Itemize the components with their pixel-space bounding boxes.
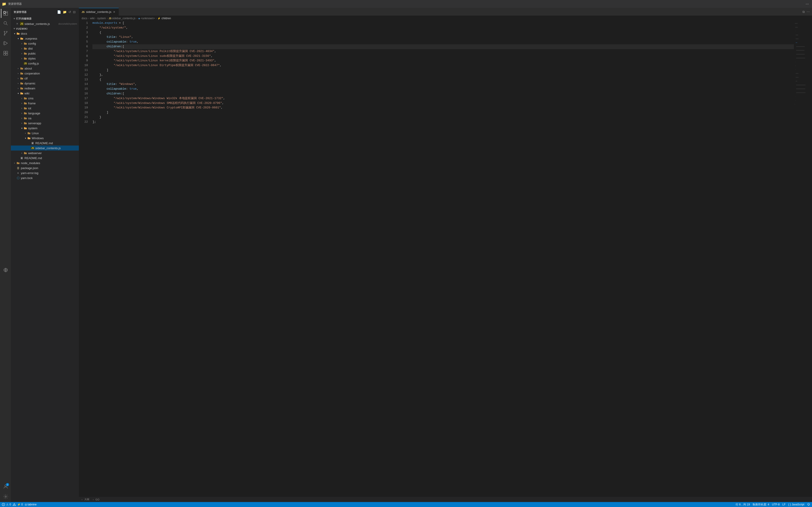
refresh-btn[interactable]: ↺	[68, 10, 71, 14]
file-icon-yarn-lock: ⬡	[16, 176, 20, 180]
folder-icon-Windows	[27, 136, 31, 140]
breadcrumb-docs[interactable]: docs	[82, 17, 87, 20]
activity-explorer[interactable]	[1, 9, 10, 18]
tree-item-cms[interactable]: ›cms	[11, 96, 79, 101]
editor-more-btn[interactable]: ⋯	[806, 9, 810, 14]
breadcrumb-unknown[interactable]: ◈ <unknown>	[138, 17, 155, 20]
go-label[interactable]: GO	[95, 498, 99, 501]
activity-settings[interactable]	[1, 492, 10, 501]
svg-rect-11	[4, 51, 5, 53]
tree-item-README-docs[interactable]: ≡README.md	[11, 156, 79, 161]
code-line-12: },	[92, 73, 794, 77]
activity-accounts[interactable]: 1	[1, 482, 10, 491]
tree-item-frame[interactable]: ›frame	[11, 101, 79, 106]
tree-item-sidebar-contents-js[interactable]: JSsidebar_contents.js	[11, 146, 79, 151]
code-editor[interactable]: module.exports = [ "/wiki/system/", { ti…	[91, 21, 794, 497]
file-tree: ▾docs▾.vuepress›config›dist›public›style…	[11, 31, 79, 502]
tree-label-cooperation: cooperation	[24, 72, 77, 75]
tree-item-serverapp[interactable]: ›serverapp	[11, 121, 79, 126]
tree-item-yarn-error-log[interactable]: ≡yarn-error.log	[11, 170, 79, 175]
status-cursor[interactable]: 行 6，列 19	[735, 503, 750, 507]
tree-item-config[interactable]: ›config	[11, 41, 79, 46]
breadcrumb-children[interactable]: ⚡ children	[157, 17, 171, 20]
status-indent[interactable]: 制表符长度: 4	[753, 503, 769, 507]
tree-item-wiki[interactable]: ▾wiki	[11, 91, 79, 96]
status-errors[interactable]: ⚠ 0	[2, 503, 11, 506]
tab-close-btn[interactable]: ✕	[113, 10, 116, 13]
new-folder-btn[interactable]: 📁	[62, 10, 67, 14]
folder-icon-serverapp	[23, 121, 27, 125]
folder-icon-vuepress	[20, 37, 23, 40]
breadcrumb-file[interactable]: JS sidebar_contents.js	[108, 17, 136, 20]
open-editor-item[interactable]: ✕ JS sidebar_contents.js docs/wiki/syste…	[11, 21, 79, 26]
outline-label[interactable]: 大纲	[84, 498, 89, 501]
line-number-4: 4	[83, 35, 88, 40]
status-encoding[interactable]: UTF-8	[772, 503, 779, 506]
tree-item-styles[interactable]: ›styles	[11, 56, 79, 61]
title-bar: 📁 资源管理器 ⋯	[0, 0, 812, 8]
folder-icon-styles	[23, 57, 27, 60]
tab-sidebar-contents[interactable]: JS sidebar_contents.js ✕	[79, 8, 119, 16]
tree-item-README-md[interactable]: ≡README.md	[11, 140, 79, 146]
editor-content[interactable]: 12345678910111213141516171819202122 modu…	[79, 21, 812, 497]
status-warnings[interactable]: ⚡ 0	[13, 503, 23, 506]
tree-item-oa[interactable]: ›oa	[11, 116, 79, 121]
tree-label-webserver: webserver	[28, 152, 77, 155]
title-bar-more-btn[interactable]: ⋯	[804, 2, 810, 6]
extensions-icon	[3, 51, 8, 56]
tree-item-Linux[interactable]: ›Linux	[11, 130, 79, 135]
tree-item-dynamic[interactable]: ›dynamic	[11, 81, 79, 86]
breadcrumb-wiki[interactable]: wiki	[90, 17, 95, 20]
tree-item-public[interactable]: ›public	[11, 51, 79, 56]
sidebar-section-header: 资源管理器 📄 📁 ↺ ⊟	[11, 8, 79, 16]
status-language[interactable]: { } JavaScript	[788, 503, 804, 506]
tree-item-about[interactable]: ›about	[11, 66, 79, 71]
tree-label-cms: cms	[28, 97, 77, 100]
source-control-icon	[3, 31, 8, 36]
split-editor-btn[interactable]: ⧉	[802, 9, 805, 14]
folder-arrow-ctf: ›	[16, 76, 20, 80]
folder-icon-Linux	[27, 131, 31, 135]
tree-item-redteam[interactable]: ›redteam	[11, 86, 79, 91]
tree-item-cooperation[interactable]: ›cooperation	[11, 71, 79, 76]
status-eol[interactable]: LF	[782, 503, 785, 506]
tree-item-dist[interactable]: ›dist	[11, 46, 79, 51]
collapse-btn[interactable]: ⊟	[72, 10, 76, 14]
breadcrumb-system[interactable]: system	[97, 17, 106, 20]
activity-search[interactable]	[1, 19, 10, 28]
svg-point-8	[4, 35, 5, 35]
new-file-btn[interactable]: 📄	[57, 10, 61, 14]
line-number-11: 11	[83, 68, 88, 73]
project-arrow: ▾	[14, 27, 15, 30]
tree-item-system[interactable]: ▾system	[11, 126, 79, 130]
tree-item-language[interactable]: ›language	[11, 111, 79, 116]
status-feedback-icon[interactable]	[807, 503, 810, 506]
tree-item-node-modules[interactable]: ›node_modules	[11, 161, 79, 165]
tree-item-ctf[interactable]: ›ctf	[11, 76, 79, 81]
main-layout: 1 资源管理器 📄 📁 ↺ ⊟ ▾ 打开的编辑器	[0, 8, 812, 502]
line-number-14: 14	[83, 82, 88, 87]
tree-item-webserver[interactable]: ›webserver	[11, 151, 79, 156]
status-tabnine[interactable]: ◎ tabnine	[25, 503, 37, 506]
code-line-7: "/wiki/system/Linux/Linux Polkit权限提升漏洞 C…	[92, 49, 794, 54]
svg-point-21	[3, 505, 4, 506]
tree-label-language: language	[28, 112, 77, 115]
tree-item-package-json[interactable]: {}package.json	[11, 165, 79, 170]
activity-extensions[interactable]	[1, 49, 10, 58]
activity-scm[interactable]	[1, 29, 10, 38]
tree-item-iot[interactable]: ›iot	[11, 106, 79, 111]
close-icon[interactable]: ✕	[15, 22, 19, 25]
tree-item-yarn-lock[interactable]: ⬡yarn.lock	[11, 175, 79, 180]
tree-item-config-js[interactable]: JSconfig.js	[11, 61, 79, 66]
open-editors-label[interactable]: ▾ 打开的编辑器	[11, 16, 79, 21]
activity-run[interactable]	[1, 39, 10, 48]
tree-item-docs[interactable]: ▾docs	[11, 31, 79, 36]
project-section-label[interactable]: ▾ VUEWIKI	[11, 26, 79, 31]
tree-item-Windows[interactable]: ▾Windows	[11, 135, 79, 140]
bottom-panel: › 大纲 › GO	[79, 497, 812, 502]
tree-label-iot: iot	[28, 107, 77, 110]
folder-icon-cms	[23, 97, 27, 100]
activity-remote[interactable]	[1, 266, 10, 275]
folder-arrow-cms: ›	[20, 97, 23, 100]
tree-item-vuepress[interactable]: ▾.vuepress	[11, 36, 79, 41]
